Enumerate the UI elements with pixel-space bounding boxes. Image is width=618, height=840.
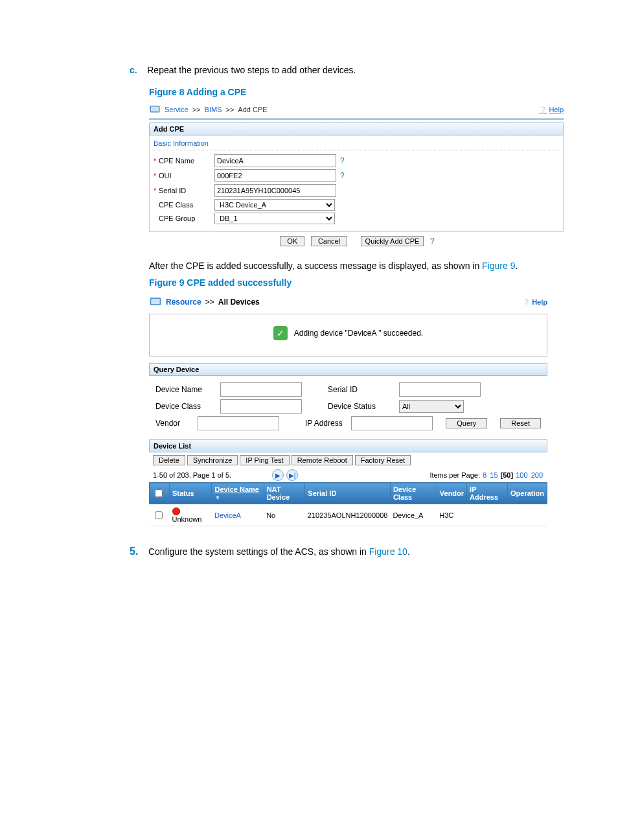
delete-button[interactable]: Delete [153,455,185,465]
device-list-header: Device List [149,439,547,452]
input-device-class[interactable] [220,399,302,414]
figure9-panel: Resource >> All Devices Help ✓ Adding de… [149,293,547,526]
col-serial-id[interactable]: Serial ID [305,483,391,504]
label-device-status: Device Status [328,402,399,411]
label-cpe-name: CPE Name [159,157,214,165]
ipp-50-current: [50] [501,471,514,479]
pager-next-icon[interactable]: ▶ [272,469,284,481]
divider [149,118,564,119]
col-status[interactable]: Status [170,483,212,504]
crumb-sep: >> [205,298,214,307]
label-ip-address: IP Address [305,419,351,428]
crumb-bims[interactable]: BIMS [205,106,222,113]
figure9-breadcrumb: Resource >> All Devices [149,296,260,309]
divider [149,119,564,120]
figure8-title: Figure 8 Adding a CPE [149,87,560,97]
ipp-8[interactable]: 8 [483,471,486,479]
crumb-sep1: >> [192,106,201,113]
step-5: 5. Configure the system settings of the … [130,546,560,557]
label-serial-id: Serial ID [328,385,399,394]
select-cpe-class[interactable]: H3C Device_A [214,199,335,211]
col-nat-device[interactable]: NAT Device [264,483,305,504]
table-row: Unknown DeviceA No 210235AOLNH12000008 D… [150,504,547,526]
label-serial-id: Serial ID [159,187,214,194]
reset-button[interactable]: Reset [500,418,541,428]
query-button[interactable]: Query [446,418,487,428]
col-operation[interactable]: Operation [508,483,547,504]
select-all-checkbox[interactable] [155,489,163,497]
success-message-box: ✓ Adding device "DeviceA " succeeded. [149,314,547,356]
device-link[interactable]: DeviceA [214,511,241,519]
cell-vendor: H3C [437,504,466,526]
col-device-name[interactable]: Device Name ▼ [212,483,264,504]
crumb-resource[interactable]: Resource [166,298,201,307]
ipp-label: Items per Page: [429,471,480,479]
row-cpe-name: * CPE Name ? [154,154,559,167]
figure9-xref[interactable]: Figure 9 [482,261,515,271]
basic-info-subhead: Basic Information [154,138,559,150]
cell-status: Unknown [170,504,212,526]
quickly-add-cpe-button[interactable]: Quickly Add CPE [361,236,424,246]
ipp-200[interactable]: 200 [531,471,543,479]
row-cpe-group: CPE Group DB_1 [154,213,559,224]
cell-device-name: DeviceA [212,504,264,526]
input-ip-address[interactable] [351,416,433,430]
input-serial-id[interactable] [214,184,336,197]
query-row-3: Vendor IP Address Query Reset [155,416,541,430]
col-vendor[interactable]: Vendor [437,483,466,504]
help-icon[interactable]: ? [340,171,345,180]
help-link[interactable]: Help [539,106,564,113]
figure8-breadcrumb: Service >> BIMS >> Add CPE [149,104,268,115]
col-ip-address[interactable]: IP Address [467,483,508,504]
pager-row: 1-50 of 203. Page 1 of 5. ▶ ▶| Items per… [149,468,547,482]
after-text-pre: After the CPE is added successfully, a s… [149,261,482,271]
after-cpe-text: After the CPE is added successfully, a s… [149,261,560,271]
crumb-service[interactable]: Service [165,106,189,113]
app-icon [149,296,162,309]
svg-rect-1 [151,107,159,112]
figure8-breadcrumb-row: Service >> BIMS >> Add CPE Help [149,102,564,117]
ipp-15[interactable]: 15 [490,471,498,479]
table-header-row: Status Device Name ▼ NAT Device Serial I… [150,483,547,504]
input-vendor[interactable] [198,416,279,430]
crumb-sep2: >> [225,106,234,113]
step-c: c. Repeat the previous two steps to add … [130,65,560,75]
svg-rect-3 [151,299,159,304]
row-checkbox[interactable] [155,511,163,519]
ip-ping-test-button[interactable]: IP Ping Test [240,455,289,465]
step-5-pre: Configure the system settings of the ACS… [148,546,369,557]
input-serial-id[interactable] [399,382,481,397]
ipp-100[interactable]: 100 [516,471,527,479]
remote-reboot-button[interactable]: Remote Reboot [292,455,353,465]
cell-ip [467,504,508,526]
input-device-name[interactable] [220,382,302,397]
after-text-post: . [515,261,518,271]
help-icon[interactable]: ? [340,156,345,165]
query-device-header: Query Device [149,363,547,376]
select-cpe-group[interactable]: DB_1 [214,213,335,224]
device-list-toolbar: Delete Synchronize IP Ping Test Remote R… [149,452,547,468]
cancel-button[interactable]: Cancel [311,236,347,246]
crumb-all-devices: All Devices [218,298,260,307]
cell-op [508,504,547,526]
input-oui[interactable] [214,169,336,182]
synchronize-button[interactable]: Synchronize [187,455,238,465]
success-message-text: Adding device "DeviceA " succeeded. [294,329,423,338]
col-device-class[interactable]: Device Class [390,483,437,504]
row-oui: * OUI ? [154,169,559,182]
figure8-button-row: OK Cancel Quickly Add CPE ? [149,236,564,246]
figure10-xref[interactable]: Figure 10 [369,546,407,557]
help-icon[interactable]: ? [430,237,435,246]
help-link[interactable]: Help [522,298,547,306]
select-device-status[interactable]: All [399,400,464,413]
query-row-1: Device Name Serial ID [155,382,541,397]
label-vendor: Vendor [155,419,198,428]
factory-reset-button[interactable]: Factory Reset [355,455,411,465]
ok-button[interactable]: OK [280,236,304,246]
pager-last-icon[interactable]: ▶| [286,469,298,481]
label-cpe-class: CPE Class [159,201,214,209]
input-cpe-name[interactable] [214,154,336,167]
label-device-class: Device Class [155,402,220,411]
items-per-page: Items per Page: 8 15 [50] 100 200 [429,471,544,479]
step-c-text: Repeat the previous two steps to add oth… [147,65,356,75]
